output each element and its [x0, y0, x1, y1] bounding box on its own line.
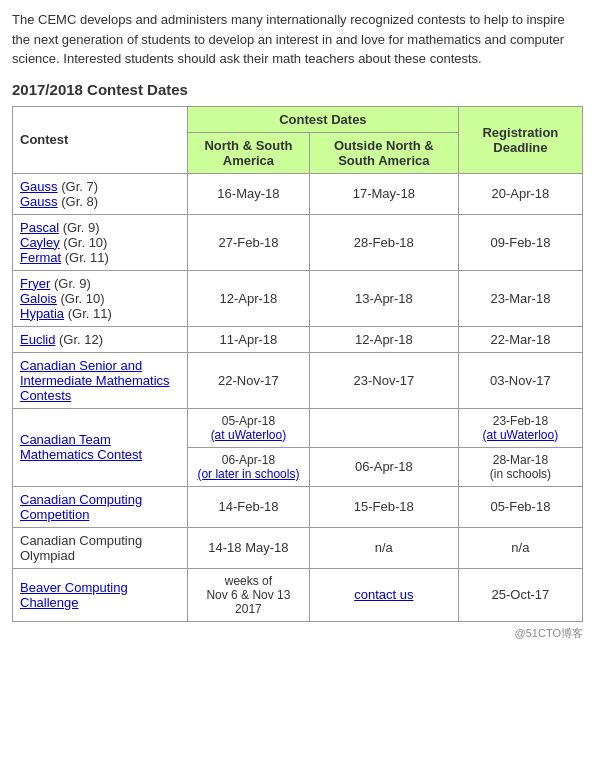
- ctmc-registration-2: 28-Mar-18(in schools): [458, 447, 582, 486]
- cayley-link[interactable]: Cayley: [20, 235, 60, 250]
- table-row: Beaver Computing Challenge weeks ofNov 6…: [13, 568, 583, 621]
- euclid-link[interactable]: Euclid: [20, 332, 55, 347]
- col-header-registration: Registration Deadline: [458, 106, 582, 173]
- euclid-registration: 22-Mar-18: [458, 326, 582, 352]
- contest-cell: Pascal (Gr. 9) Cayley (Gr. 10) Fermat (G…: [13, 214, 188, 270]
- bcc-contact-link[interactable]: contact us: [354, 587, 413, 602]
- gauss-north-south: 16-May-18: [188, 173, 310, 214]
- bcc-outside: contact us: [309, 568, 458, 621]
- contest-cell: Canadian Senior and Intermediate Mathema…: [13, 352, 188, 408]
- contest-dates-table: Contest Contest Dates Registration Deadl…: [12, 106, 583, 622]
- contest-cell: Canadian Computing Olympiad: [13, 527, 188, 568]
- pascal-north-south: 27-Feb-18: [188, 214, 310, 270]
- table-row: Canadian Team Mathematics Contest 05-Apr…: [13, 408, 583, 447]
- fryer-registration: 23-Mar-18: [458, 270, 582, 326]
- contest-cell: Canadian Computing Competition: [13, 486, 188, 527]
- table-row: Euclid (Gr. 12) 11-Apr-18 12-Apr-18 22-M…: [13, 326, 583, 352]
- euclid-north-south: 11-Apr-18: [188, 326, 310, 352]
- col-header-north-south: North & South America: [188, 132, 310, 173]
- intro-paragraph: The CEMC develops and administers many i…: [12, 10, 583, 69]
- cco-outside: n/a: [309, 527, 458, 568]
- gauss-registration: 20-Apr-18: [458, 173, 582, 214]
- ccc-registration: 05-Feb-18: [458, 486, 582, 527]
- col-header-outside: Outside North & South America: [309, 132, 458, 173]
- table-row: Fryer (Gr. 9) Galois (Gr. 10) Hypatia (G…: [13, 270, 583, 326]
- pascal-outside: 28-Feb-18: [309, 214, 458, 270]
- contest-cell: Euclid (Gr. 12): [13, 326, 188, 352]
- ctmc-link[interactable]: Canadian Team Mathematics Contest: [20, 432, 142, 462]
- fermat-link[interactable]: Fermat: [20, 250, 61, 265]
- pascal-registration: 09-Feb-18: [458, 214, 582, 270]
- fryer-link[interactable]: Fryer: [20, 276, 50, 291]
- contest-cell: Gauss (Gr. 7) Gauss (Gr. 8): [13, 173, 188, 214]
- bcc-registration: 25-Oct-17: [458, 568, 582, 621]
- ctmc-schools-link[interactable]: (or later in schools): [197, 467, 299, 481]
- table-row: Canadian Computing Olympiad 14-18 May-18…: [13, 527, 583, 568]
- cco-north-south: 14-18 May-18: [188, 527, 310, 568]
- ctmc-outside-2: 06-Apr-18: [309, 447, 458, 486]
- col-header-contest-dates: Contest Dates: [188, 106, 459, 132]
- watermark: @51CTO博客: [12, 626, 583, 641]
- ccc-outside: 15-Feb-18: [309, 486, 458, 527]
- gauss-gr8-link[interactable]: Gauss: [20, 194, 58, 209]
- bcc-north-south: weeks ofNov 6 & Nov 132017: [188, 568, 310, 621]
- fryer-north-south: 12-Apr-18: [188, 270, 310, 326]
- contest-cell: Beaver Computing Challenge: [13, 568, 188, 621]
- ccc-north-south: 14-Feb-18: [188, 486, 310, 527]
- ctmc-north-south-2: 06-Apr-18(or later in schools): [188, 447, 310, 486]
- csaimc-outside: 23-Nov-17: [309, 352, 458, 408]
- galois-link[interactable]: Galois: [20, 291, 57, 306]
- table-row: Canadian Computing Competition 14-Feb-18…: [13, 486, 583, 527]
- fryer-outside: 13-Apr-18: [309, 270, 458, 326]
- gauss-gr7-link[interactable]: Gauss: [20, 179, 58, 194]
- gauss-outside: 17-May-18: [309, 173, 458, 214]
- ccc-link[interactable]: Canadian Computing Competition: [20, 492, 142, 522]
- hypatia-link[interactable]: Hypatia: [20, 306, 64, 321]
- ctmc-registration-1: 23-Feb-18(at uWaterloo): [458, 408, 582, 447]
- euclid-outside: 12-Apr-18: [309, 326, 458, 352]
- ctmc-outside-1: [309, 408, 458, 447]
- table-row: Canadian Senior and Intermediate Mathema…: [13, 352, 583, 408]
- col-header-contest: Contest: [13, 106, 188, 173]
- table-row: Gauss (Gr. 7) Gauss (Gr. 8) 16-May-18 17…: [13, 173, 583, 214]
- csaimc-registration: 03-Nov-17: [458, 352, 582, 408]
- csaimc-north-south: 22-Nov-17: [188, 352, 310, 408]
- table-row: Pascal (Gr. 9) Cayley (Gr. 10) Fermat (G…: [13, 214, 583, 270]
- pascal-link[interactable]: Pascal: [20, 220, 59, 235]
- contest-cell: Canadian Team Mathematics Contest: [13, 408, 188, 486]
- csaimc-link[interactable]: Canadian Senior and Intermediate Mathema…: [20, 358, 170, 403]
- cco-registration: n/a: [458, 527, 582, 568]
- contest-cell: Fryer (Gr. 9) Galois (Gr. 10) Hypatia (G…: [13, 270, 188, 326]
- section-title: 2017/2018 Contest Dates: [12, 81, 583, 98]
- ctmc-north-south-1: 05-Apr-18(at uWaterloo): [188, 408, 310, 447]
- bcc-link[interactable]: Beaver Computing Challenge: [20, 580, 128, 610]
